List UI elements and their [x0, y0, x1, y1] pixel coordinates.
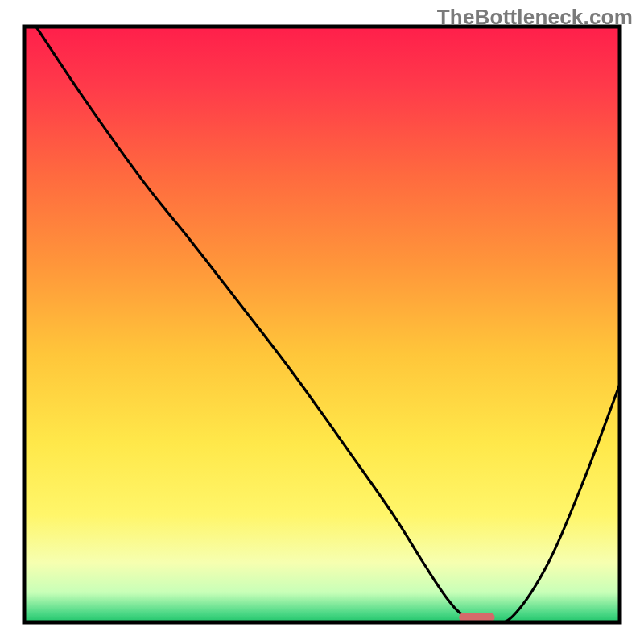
watermark-text: TheBottleneck.com	[437, 5, 633, 30]
chart-background-gradient	[24, 27, 620, 622]
bottleneck-chart	[0, 0, 644, 644]
chart-frame: TheBottleneck.com	[0, 0, 644, 644]
